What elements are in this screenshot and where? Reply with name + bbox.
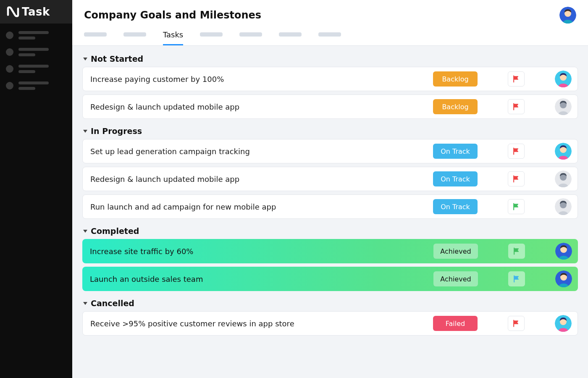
sidebar: Task (0, 0, 72, 378)
section-title: In Progress (91, 126, 142, 136)
section-title: Cancelled (91, 299, 134, 308)
chevron-down-icon (83, 58, 87, 60)
user-avatar[interactable] (559, 7, 576, 24)
section: In ProgressSet up lead generation campai… (82, 125, 578, 219)
section-header[interactable]: Not Started (82, 52, 578, 67)
status-badge[interactable]: On Track (433, 171, 478, 186)
sidebar-item-placeholder[interactable] (6, 48, 66, 56)
tab-placeholder[interactable] (239, 32, 262, 37)
priority-flag[interactable] (508, 199, 525, 214)
task-rows: Receive >95% positive customer reviews i… (82, 311, 578, 336)
sidebar-item-placeholder[interactable] (6, 81, 66, 90)
task-row[interactable]: Redesign & launch updated mobile appBack… (82, 94, 578, 119)
section-title: Not Started (91, 54, 143, 63)
main: Company Goals and Milestones Tasks Not S… (72, 0, 588, 378)
task-row[interactable]: Increase site traffic by 60%Achieved (82, 239, 578, 263)
content: Not StartedIncrease paying customer by 1… (72, 46, 588, 378)
status-badge[interactable]: Achieved (433, 271, 478, 286)
assignee-avatar[interactable] (555, 315, 572, 332)
tab-placeholder[interactable] (279, 32, 302, 37)
section-header[interactable]: Completed (82, 225, 578, 239)
assignee-avatar[interactable] (555, 71, 572, 87)
chevron-down-icon (83, 130, 87, 133)
logo-icon (7, 5, 19, 18)
task-row[interactable]: Launch an outside sales teamAchieved (82, 267, 578, 291)
priority-flag[interactable] (508, 99, 525, 114)
tab-tasks[interactable]: Tasks (163, 30, 183, 45)
task-title: Run launch and ad campaign for new mobil… (89, 202, 427, 211)
task-title: Increase site traffic by 60% (88, 247, 428, 256)
task-row[interactable]: Receive >95% positive customer reviews i… (82, 311, 578, 336)
status-badge[interactable]: On Track (433, 199, 478, 214)
section: CancelledReceive >95% positive customer … (82, 297, 578, 336)
task-row[interactable]: Increase paying customer by 100%Backlog (82, 67, 578, 91)
priority-flag[interactable] (508, 171, 525, 186)
priority-flag[interactable] (508, 271, 525, 286)
tab-placeholder[interactable] (200, 32, 223, 37)
tab-placeholder[interactable] (123, 32, 146, 37)
tab-placeholder[interactable] (84, 32, 107, 37)
task-title: Increase paying customer by 100% (89, 75, 427, 84)
section-header[interactable]: In Progress (82, 125, 578, 139)
assignee-avatar[interactable] (555, 143, 572, 160)
section-header[interactable]: Cancelled (82, 297, 578, 311)
header: Company Goals and Milestones (72, 0, 588, 28)
task-title: Receive >95% positive customer reviews i… (89, 319, 427, 328)
assignee-avatar[interactable] (555, 243, 572, 260)
task-rows: Increase paying customer by 100%Backlog … (82, 67, 578, 119)
section-title: Completed (91, 226, 139, 236)
task-title: Redesign & launch updated mobile app (89, 102, 427, 111)
priority-flag[interactable] (508, 316, 525, 331)
section: Not StartedIncrease paying customer by 1… (82, 52, 578, 119)
tab-placeholder[interactable] (318, 32, 341, 37)
status-badge[interactable]: Backlog (433, 71, 478, 87)
task-rows: Increase site traffic by 60%Achieved Lau… (82, 239, 578, 291)
section: CompletedIncrease site traffic by 60%Ach… (82, 225, 578, 291)
page-title: Company Goals and Milestones (84, 9, 261, 21)
task-title: Launch an outside sales team (88, 275, 428, 284)
tabs: Tasks (72, 28, 588, 46)
brand[interactable]: Task (0, 0, 72, 24)
priority-flag[interactable] (508, 244, 525, 259)
status-badge[interactable]: Backlog (433, 99, 478, 114)
sidebar-item-placeholder[interactable] (6, 31, 66, 39)
assignee-avatar[interactable] (555, 98, 572, 115)
status-badge[interactable]: On Track (433, 144, 478, 159)
brand-name: Task (22, 5, 50, 18)
assignee-avatar[interactable] (555, 270, 572, 287)
chevron-down-icon (83, 230, 87, 233)
sidebar-item-placeholder[interactable] (6, 65, 66, 73)
task-title: Redesign & launch updated mobile app (89, 175, 427, 184)
status-badge[interactable]: Failed (433, 316, 478, 331)
task-title: Set up lead generation campaign tracking (89, 147, 427, 156)
priority-flag[interactable] (508, 144, 525, 159)
task-rows: Set up lead generation campaign tracking… (82, 139, 578, 219)
status-badge[interactable]: Achieved (433, 244, 478, 259)
task-row[interactable]: Redesign & launch updated mobile appOn T… (82, 167, 578, 191)
assignee-avatar[interactable] (555, 171, 572, 187)
assignee-avatar[interactable] (555, 198, 572, 215)
task-row[interactable]: Set up lead generation campaign tracking… (82, 139, 578, 163)
priority-flag[interactable] (508, 71, 525, 87)
task-row[interactable]: Run launch and ad campaign for new mobil… (82, 194, 578, 219)
sidebar-nav (0, 24, 72, 97)
chevron-down-icon (83, 302, 87, 305)
